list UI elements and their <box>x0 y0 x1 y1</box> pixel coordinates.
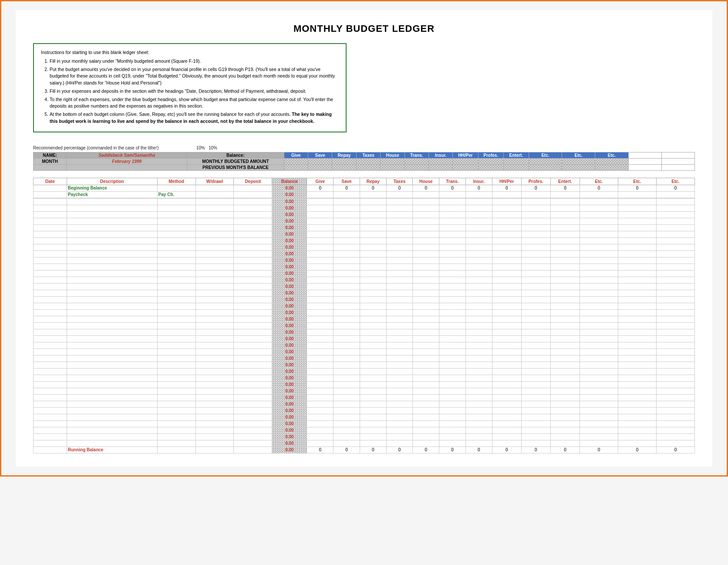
pc-hhper[interactable] <box>492 191 521 198</box>
budgeted-save[interactable] <box>308 158 332 164</box>
pc-insur[interactable] <box>465 191 492 198</box>
profes-header: Profes. <box>478 152 503 158</box>
bb-house[interactable]: 0 <box>413 185 439 191</box>
prev-save[interactable] <box>308 164 332 170</box>
table-row: 0.00 <box>34 394 695 401</box>
budgeted-repay[interactable] <box>332 158 356 164</box>
prev-give[interactable] <box>284 164 308 170</box>
pc-date[interactable] <box>34 191 67 198</box>
pc-desc: Paycheck <box>67 191 157 198</box>
bb-insur[interactable]: 0 <box>465 185 492 191</box>
pc-etc1[interactable] <box>580 191 618 198</box>
running-balance-row: Running Balance 0.00 0 0 0 0 0 0 0 0 0 0… <box>34 447 695 453</box>
bb-deposit[interactable] <box>234 185 272 191</box>
pc-entert[interactable] <box>550 191 580 198</box>
th-etc2: Etc. <box>618 178 656 185</box>
bb-save[interactable]: 0 <box>334 185 360 191</box>
ledger-table: Date Description Method W/drawl Deposit … <box>33 178 695 198</box>
rb-insur: 0 <box>465 447 492 453</box>
budgeted-profes[interactable] <box>478 158 503 164</box>
prev-insur[interactable] <box>429 164 453 170</box>
prev-trans[interactable] <box>404 164 428 170</box>
table-row: 0.00 <box>34 381 695 388</box>
hhper-header: HH/Per <box>453 152 478 158</box>
rb-etc2: 0 <box>618 447 656 453</box>
pc-etc2[interactable] <box>618 191 656 198</box>
pc-trans[interactable] <box>439 191 466 198</box>
budgeted-house[interactable] <box>381 158 404 164</box>
table-row: 0.00 <box>34 205 695 211</box>
rb-etc1: 0 <box>580 447 618 453</box>
pc-taxes[interactable] <box>386 191 413 198</box>
table-row: 0.00 <box>34 375 695 381</box>
empty-p3 <box>661 164 694 170</box>
budgeted-hhper[interactable] <box>453 158 478 164</box>
bb-profes[interactable]: 0 <box>521 185 550 191</box>
table-row: 0.00 <box>34 362 695 368</box>
house-header: House <box>381 152 404 158</box>
table-row: 0.00 <box>34 388 695 394</box>
budgeted-entert[interactable] <box>503 158 529 164</box>
table-row: 0.00 <box>34 401 695 407</box>
budgeted-insur[interactable] <box>429 158 453 164</box>
prev-hhper[interactable] <box>453 164 478 170</box>
empty-m2 <box>661 158 694 164</box>
table-row: 0.00 <box>34 303 695 309</box>
prev-etc2[interactable] <box>562 164 595 170</box>
budgeted-etc1[interactable] <box>529 158 562 164</box>
prev-repay[interactable] <box>332 164 356 170</box>
pc-balance: 0.00 <box>272 191 307 198</box>
pc-profes[interactable] <box>521 191 550 198</box>
bb-taxes[interactable]: 0 <box>386 185 413 191</box>
bb-entert[interactable]: 0 <box>550 185 580 191</box>
budgeted-give[interactable] <box>284 158 308 164</box>
prev-house[interactable] <box>381 164 404 170</box>
beginning-balance-row: Beginning Balance 0.00 0 0 0 0 0 0 0 0 0… <box>34 185 695 191</box>
empty-h1 <box>628 152 661 158</box>
bb-date[interactable] <box>34 185 67 191</box>
bb-etc3[interactable]: 0 <box>656 185 694 191</box>
etc1-header: Etc. <box>529 152 562 158</box>
rb-balance: 0.00 <box>272 447 307 453</box>
bb-trans[interactable]: 0 <box>439 185 466 191</box>
pc-deposit[interactable] <box>234 191 272 198</box>
prev-profes[interactable] <box>478 164 503 170</box>
th-give: Give <box>307 178 334 185</box>
table-row: 0.00 <box>34 218 695 224</box>
th-house: House <box>413 178 439 185</box>
pc-repay[interactable] <box>360 191 386 198</box>
balance-label: Balance: <box>187 152 284 158</box>
instruction-1: Fill in your monthly salary under "Month… <box>50 58 339 65</box>
budgeted-etc3[interactable] <box>595 158 628 164</box>
bb-etc1[interactable]: 0 <box>580 185 618 191</box>
bb-desc: Beginning Balance <box>67 185 157 191</box>
budgeted-taxes[interactable] <box>356 158 380 164</box>
bb-etc2[interactable]: 0 <box>618 185 656 191</box>
prev-etc1[interactable] <box>529 164 562 170</box>
bb-wdrawl[interactable] <box>195 185 234 191</box>
pc-wdrawl[interactable] <box>195 191 234 198</box>
bb-give[interactable]: 0 <box>307 185 334 191</box>
budgeted-etc2[interactable] <box>562 158 595 164</box>
etc3-header: Etc. <box>595 152 628 158</box>
name-value: Saddleback Sam/Samantha <box>67 152 187 158</box>
rec-pct-val1: 10% <box>196 145 205 150</box>
prev-entert[interactable] <box>503 164 529 170</box>
pc-save[interactable] <box>334 191 360 198</box>
rb-taxes: 0 <box>386 447 413 453</box>
pc-house[interactable] <box>413 191 439 198</box>
bb-method[interactable] <box>157 185 195 191</box>
pc-method: Pay Ch. <box>157 191 195 198</box>
rb-entert: 0 <box>550 447 580 453</box>
prev-taxes[interactable] <box>356 164 380 170</box>
pc-give[interactable] <box>307 191 334 198</box>
bb-hhper[interactable]: 0 <box>492 185 521 191</box>
th-deposit: Deposit <box>234 178 272 185</box>
empty-p0 <box>34 164 67 170</box>
prev-etc3[interactable] <box>595 164 628 170</box>
budgeted-trans[interactable] <box>404 158 428 164</box>
pc-etc3[interactable] <box>656 191 694 198</box>
bb-repay[interactable]: 0 <box>360 185 386 191</box>
ledger-footer: Running Balance 0.00 0 0 0 0 0 0 0 0 0 0… <box>34 447 695 453</box>
entert-header: Entert. <box>503 152 529 158</box>
